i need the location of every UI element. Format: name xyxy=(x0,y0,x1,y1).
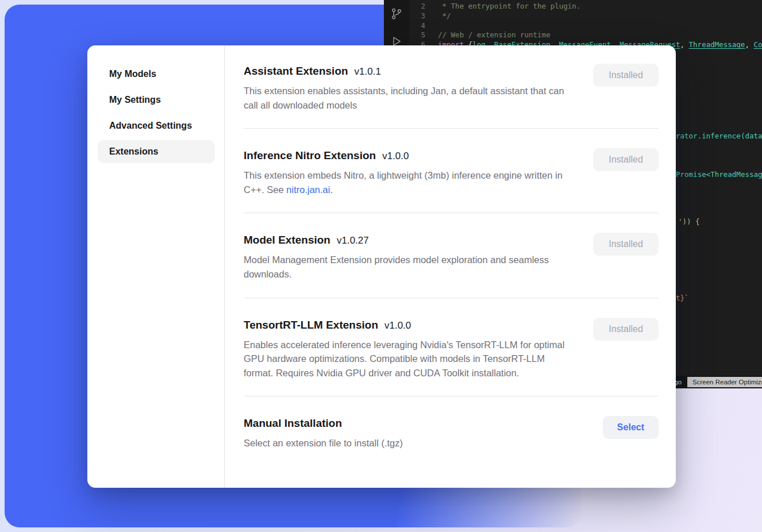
line-numbers: 23456 xyxy=(417,2,425,50)
extension-description: Model Management Extension provides mode… xyxy=(244,253,574,281)
settings-sidebar: My Models My Settings Advanced Settings … xyxy=(87,45,225,488)
manual-installation-description: Select an extension file to install (.tg… xyxy=(244,436,403,450)
installed-button[interactable]: Installed xyxy=(593,318,659,341)
sidebar-item-extensions[interactable]: Extensions xyxy=(98,140,215,163)
extensions-panel: Assistant Extension v1.0.1 This extensio… xyxy=(225,45,676,488)
code-area: 23456 * The entrypoint for the plugin. *… xyxy=(417,2,762,50)
code-fragment: rator.inference(data)); xyxy=(676,132,762,140)
installed-button[interactable]: Installed xyxy=(593,148,659,171)
extension-row-model: Model Extension v1.0.27 Model Management… xyxy=(244,213,659,298)
extension-version: v1.0.0 xyxy=(382,151,409,162)
extension-name: TensortRT-LLM Extension xyxy=(244,319,378,331)
extension-row-assistant: Assistant Extension v1.0.1 This extensio… xyxy=(244,65,659,129)
extension-title: TensortRT-LLM Extension v1.0.0 xyxy=(244,319,574,331)
installed-button[interactable]: Installed xyxy=(593,233,659,256)
extension-version: v1.0.0 xyxy=(384,320,411,331)
code-fragment: t}` xyxy=(676,294,689,302)
extension-title: Model Extension v1.0.27 xyxy=(244,234,574,246)
sidebar-item-my-settings[interactable]: My Settings xyxy=(98,88,215,111)
manual-installation-title: Manual Installation xyxy=(244,417,403,430)
extension-title: Inference Nitro Extension v1.0.0 xyxy=(244,149,574,162)
code-lines: * The entrypoint for the plugin. */// We… xyxy=(438,2,762,50)
code-fragment: ')) { xyxy=(678,217,700,226)
extension-description: Enables accelerated inference leveraging… xyxy=(244,338,574,380)
source-control-icon[interactable] xyxy=(390,7,403,21)
manual-installation-row: Manual Installation Select an extension … xyxy=(244,396,659,450)
screen-reader-chip[interactable]: Screen Reader Optimize xyxy=(687,377,762,387)
sidebar-item-my-models[interactable]: My Models xyxy=(98,63,215,86)
nitro-link[interactable]: nitro.jan.ai. xyxy=(286,184,333,195)
sidebar-item-advanced-settings[interactable]: Advanced Settings xyxy=(98,114,215,137)
extension-name: Inference Nitro Extension xyxy=(244,149,376,162)
installed-button[interactable]: Installed xyxy=(593,64,659,87)
extension-version: v1.0.1 xyxy=(355,66,381,78)
extension-row-nitro: Inference Nitro Extension v1.0.0 This ex… xyxy=(244,129,659,213)
extension-version: v1.0.27 xyxy=(337,235,369,246)
extension-title: Assistant Extension v1.0.1 xyxy=(244,65,574,78)
extension-row-tensorrt: TensortRT-LLM Extension v1.0.0 Enables a… xyxy=(244,298,659,397)
extension-description: This extension enables assistants, inclu… xyxy=(244,84,574,112)
settings-modal: My Models My Settings Advanced Settings … xyxy=(87,45,676,488)
extension-description: This extension embeds Nitro, a lightweig… xyxy=(244,168,574,196)
code-fragment: Promise<ThreadMessage> xyxy=(676,170,762,179)
select-button[interactable]: Select xyxy=(603,416,659,439)
extension-name: Assistant Extension xyxy=(244,65,348,78)
extension-name: Model Extension xyxy=(244,234,330,246)
